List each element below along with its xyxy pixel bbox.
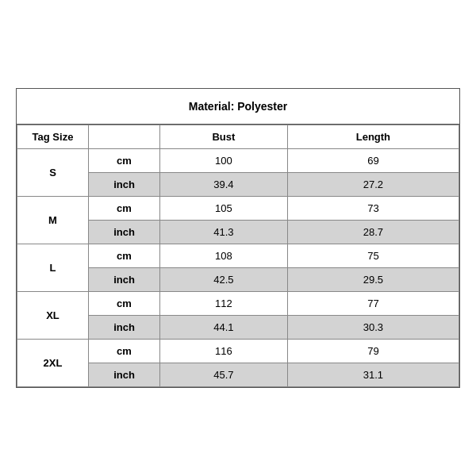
bust-cm: 105: [160, 197, 288, 221]
bust-inch: 39.4: [160, 173, 288, 197]
size-chart-container: Material: Polyester Tag Size Bust Length…: [16, 88, 460, 388]
bust-cm: 116: [160, 340, 288, 363]
length-inch: 29.5: [287, 268, 459, 292]
table-row: XLcm11277: [17, 292, 459, 316]
bust-cm: 112: [160, 292, 288, 316]
length-inch: 31.1: [287, 363, 459, 387]
bust-cm: 100: [160, 149, 288, 173]
col-header-unit: [89, 125, 160, 149]
bust-inch: 41.3: [160, 221, 288, 244]
unit-cell-cm: cm: [89, 292, 160, 316]
unit-cell-inch: inch: [89, 221, 160, 244]
unit-cell-cm: cm: [89, 197, 160, 221]
unit-cell-inch: inch: [89, 268, 160, 292]
length-inch: 28.7: [287, 221, 459, 244]
table-row: Scm10069: [17, 149, 459, 173]
length-cm: 79: [287, 340, 459, 363]
col-header-tag-size: Tag Size: [17, 125, 89, 149]
unit-cell-cm: cm: [89, 244, 160, 268]
bust-cm: 108: [160, 244, 288, 268]
length-inch: 30.3: [287, 316, 459, 340]
table-row: 2XLcm11679: [17, 340, 459, 363]
unit-cell-cm: cm: [89, 340, 160, 363]
size-cell: S: [17, 149, 89, 197]
col-header-length: Length: [287, 125, 459, 149]
size-cell: L: [17, 244, 89, 292]
unit-cell-inch: inch: [89, 316, 160, 340]
col-header-bust: Bust: [160, 125, 288, 149]
length-inch: 27.2: [287, 173, 459, 197]
size-table: Tag Size Bust Length Scm10069inch39.427.…: [17, 125, 459, 387]
length-cm: 75: [287, 244, 459, 268]
unit-cell-inch: inch: [89, 363, 160, 387]
bust-inch: 45.7: [160, 363, 288, 387]
bust-inch: 42.5: [160, 268, 288, 292]
size-cell: 2XL: [17, 340, 89, 387]
unit-cell-cm: cm: [89, 149, 160, 173]
table-row: Mcm10573: [17, 197, 459, 221]
bust-inch: 44.1: [160, 316, 288, 340]
unit-cell-inch: inch: [89, 173, 160, 197]
length-cm: 77: [287, 292, 459, 316]
chart-title: Material: Polyester: [17, 89, 459, 125]
length-cm: 69: [287, 149, 459, 173]
length-cm: 73: [287, 197, 459, 221]
table-row: Lcm10875: [17, 244, 459, 268]
size-cell: M: [17, 197, 89, 244]
size-cell: XL: [17, 292, 89, 340]
